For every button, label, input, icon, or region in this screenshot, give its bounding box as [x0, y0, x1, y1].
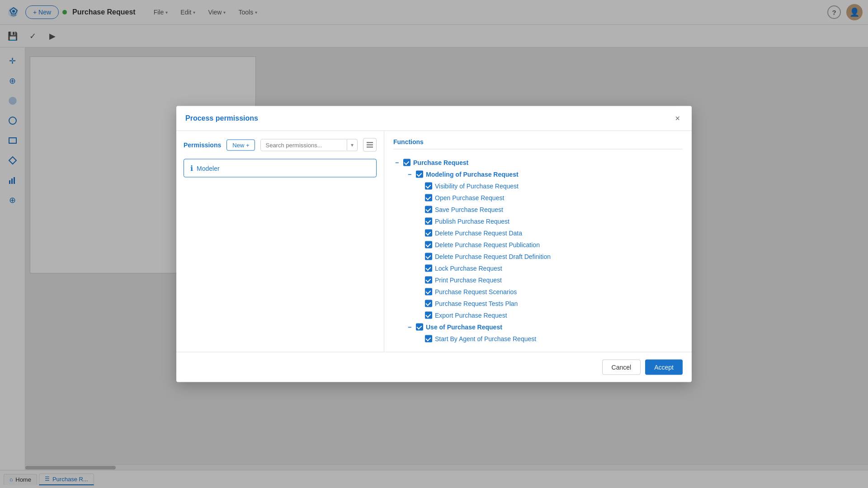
search-permissions[interactable]: ▾ — [260, 139, 358, 151]
dialog-close-button[interactable]: × — [672, 113, 683, 123]
tree-row-use: − Use of Purchase Request — [393, 321, 683, 333]
label-purchase-request: Purchase Request — [413, 159, 468, 166]
tree-row-export: Export Purchase Request — [393, 310, 683, 321]
label-export: Export Purchase Request — [435, 312, 507, 319]
collapse-use[interactable]: − — [406, 324, 413, 331]
process-permissions-dialog: Process permissions × Permissions New + … — [176, 106, 692, 382]
tree-row-delete-data: Delete Purchase Request Data — [393, 227, 683, 239]
tree-row-visibility: Visibility of Purchase Request — [393, 180, 683, 192]
checkbox-save[interactable] — [425, 206, 432, 213]
checkbox-visibility[interactable] — [425, 183, 432, 190]
functions-tree: − Purchase Request − Modeling of Purchas… — [393, 157, 683, 345]
search-dropdown-arrow[interactable]: ▾ — [347, 140, 357, 150]
label-delete-draft: Delete Purchase Request Draft Definition — [435, 253, 551, 260]
dialog-title: Process permissions — [185, 114, 258, 122]
tree-row-lock: Lock Purchase Request — [393, 263, 683, 274]
tree-row-scenarios: Purchase Request Scenarios — [393, 286, 683, 298]
label-tests-plan: Purchase Request Tests Plan — [435, 300, 518, 307]
label-publish: Publish Purchase Request — [435, 218, 509, 225]
checkbox-purchase-request[interactable] — [403, 159, 410, 166]
permissions-header: Permissions New + ▾ — [184, 138, 377, 152]
search-permissions-input[interactable] — [261, 139, 347, 150]
checkbox-start-agent[interactable] — [425, 335, 432, 343]
checkbox-lock[interactable] — [425, 265, 432, 272]
tree-row-start-agent: Start By Agent of Purchase Request — [393, 333, 683, 345]
label-start-agent: Start By Agent of Purchase Request — [435, 335, 536, 343]
tree-row-delete-draft: Delete Purchase Request Draft Definition — [393, 251, 683, 263]
collapse-purchase-request[interactable]: − — [393, 159, 401, 166]
info-icon: ℹ — [190, 164, 193, 173]
checkbox-print[interactable] — [425, 277, 432, 284]
label-lock: Lock Purchase Request — [435, 265, 502, 272]
permissions-panel: Permissions New + ▾ ℹ Modeler — [176, 131, 384, 352]
svg-rect-10 — [367, 147, 373, 148]
permissions-title: Permissions — [184, 141, 221, 149]
collapse-modeling[interactable]: − — [406, 171, 413, 178]
label-save: Save Purchase Request — [435, 206, 503, 213]
label-scenarios: Purchase Request Scenarios — [435, 288, 517, 296]
tree-row-tests-plan: Purchase Request Tests Plan — [393, 298, 683, 310]
accept-button[interactable]: Accept — [645, 360, 683, 375]
label-delete-data: Delete Purchase Request Data — [435, 230, 522, 237]
tree-row-modeling: − Modeling of Purchase Request — [393, 169, 683, 180]
tree-row-save: Save Purchase Request — [393, 204, 683, 216]
functions-panel: Functions − Purchase Request − Modeling … — [384, 131, 692, 352]
checkbox-export[interactable] — [425, 312, 432, 319]
checkbox-use[interactable] — [416, 324, 423, 331]
checkbox-publish[interactable] — [425, 218, 432, 225]
list-view-button[interactable] — [363, 138, 377, 152]
checkbox-scenarios[interactable] — [425, 288, 432, 296]
tree-row-publish: Publish Purchase Request — [393, 216, 683, 227]
cancel-button[interactable]: Cancel — [602, 360, 641, 375]
functions-title: Functions — [393, 138, 683, 150]
checkbox-delete-data[interactable] — [425, 230, 432, 237]
tree-row-purchase-request: − Purchase Request — [393, 157, 683, 169]
label-open: Open Purchase Request — [435, 194, 504, 202]
dialog-body: Permissions New + ▾ ℹ Modeler — [176, 131, 692, 352]
new-permission-button[interactable]: New + — [226, 139, 255, 150]
checkbox-delete-pub[interactable] — [425, 241, 432, 249]
permission-item-modeler[interactable]: ℹ Modeler — [184, 159, 377, 178]
tree-row-delete-pub: Delete Purchase Request Publication — [393, 239, 683, 251]
dialog-footer: Cancel Accept — [176, 352, 692, 382]
tree-row-print: Print Purchase Request — [393, 274, 683, 286]
label-use: Use of Purchase Request — [426, 324, 502, 331]
checkbox-tests-plan[interactable] — [425, 300, 432, 307]
label-visibility: Visibility of Purchase Request — [435, 183, 519, 190]
label-modeling: Modeling of Purchase Request — [426, 171, 519, 178]
checkbox-delete-draft[interactable] — [425, 253, 432, 260]
checkbox-modeling[interactable] — [416, 171, 423, 178]
checkbox-open[interactable] — [425, 194, 432, 202]
label-print: Print Purchase Request — [435, 277, 502, 284]
permission-item-label: Modeler — [197, 164, 220, 172]
tree-row-open: Open Purchase Request — [393, 192, 683, 204]
svg-rect-9 — [367, 145, 373, 145]
label-delete-pub: Delete Purchase Request Publication — [435, 241, 540, 249]
svg-rect-8 — [367, 142, 373, 143]
dialog-header: Process permissions × — [176, 106, 692, 131]
